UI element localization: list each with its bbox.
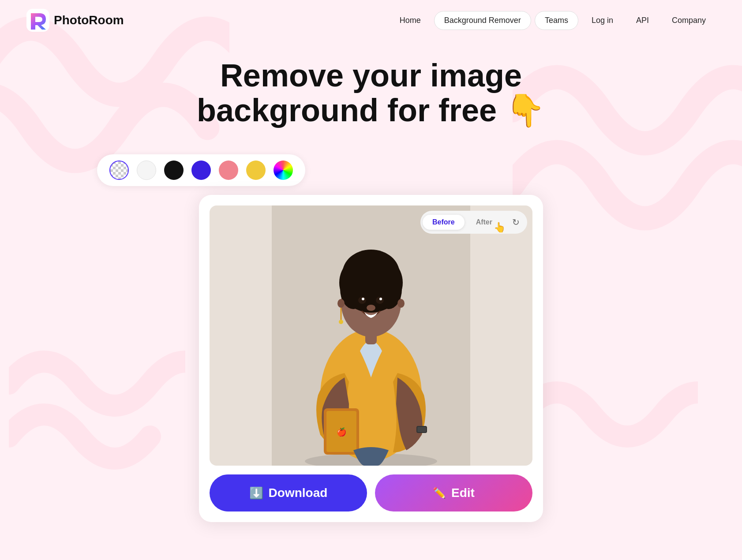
svg-point-10 bbox=[358, 297, 366, 304]
swatch-pink[interactable] bbox=[219, 161, 238, 180]
download-label: Download bbox=[269, 486, 328, 500]
swatch-multi-colors[interactable] bbox=[274, 161, 293, 180]
hero-section: Remove your image background for free 👇 bbox=[0, 41, 742, 154]
svg-point-12 bbox=[362, 298, 364, 300]
edit-icon: ✏️ bbox=[433, 487, 446, 499]
svg-rect-0 bbox=[26, 9, 49, 32]
hero-emoji: 👇 bbox=[506, 93, 545, 128]
image-container: 🍎 bbox=[210, 205, 532, 466]
navigation: PhotoRoom Home Background Remover Teams … bbox=[0, 0, 742, 41]
svg-rect-23 bbox=[417, 427, 426, 432]
refresh-button[interactable]: ↻ bbox=[506, 213, 525, 231]
svg-point-16 bbox=[397, 299, 405, 308]
svg-point-9 bbox=[342, 250, 400, 298]
hero-title-line1: Remove your image bbox=[220, 58, 522, 93]
swatch-transparent[interactable] bbox=[109, 161, 129, 180]
hero-title-line2: background for free bbox=[197, 93, 497, 128]
nav-teams[interactable]: Teams bbox=[535, 11, 578, 30]
nav-login[interactable]: Log in bbox=[582, 11, 623, 30]
after-btn-wrapper: After 👆 bbox=[466, 215, 502, 230]
editor-card: Before After 👆 ↻ bbox=[199, 195, 543, 522]
logo-text: PhotoRoom bbox=[54, 13, 124, 27]
swatch-white[interactable] bbox=[137, 161, 156, 180]
editor-wrapper: Before After 👆 ↻ bbox=[0, 154, 742, 522]
toggle-before[interactable]: Before bbox=[423, 215, 465, 230]
hero-title: Remove your image background for free 👇 bbox=[172, 58, 570, 128]
edit-button[interactable]: ✏️ Edit bbox=[375, 474, 532, 511]
svg-point-11 bbox=[376, 297, 384, 304]
edit-label: Edit bbox=[451, 486, 475, 500]
svg-point-18 bbox=[339, 320, 343, 324]
swatch-yellow[interactable] bbox=[246, 161, 266, 180]
color-swatch-bar bbox=[97, 154, 305, 186]
action-buttons: ⬇️ Download ✏️ Edit bbox=[210, 474, 532, 511]
view-toggle: Before After 👆 ↻ bbox=[420, 211, 527, 234]
svg-point-13 bbox=[379, 298, 382, 300]
refresh-icon: ↻ bbox=[512, 217, 520, 228]
download-icon: ⬇️ bbox=[249, 486, 263, 500]
svg-point-14 bbox=[367, 305, 375, 311]
logo-link[interactable]: PhotoRoom bbox=[26, 9, 124, 32]
nav-api[interactable]: API bbox=[626, 11, 659, 30]
logo-icon bbox=[26, 9, 49, 32]
svg-text:🍎: 🍎 bbox=[337, 427, 347, 437]
nav-background-remover[interactable]: Background Remover bbox=[434, 11, 531, 30]
nav-links: Home Background Remover Teams Log in API… bbox=[390, 11, 716, 30]
subject-image: 🍎 bbox=[210, 205, 532, 466]
swatch-black[interactable] bbox=[164, 161, 184, 180]
download-button[interactable]: ⬇️ Download bbox=[210, 474, 367, 511]
svg-point-15 bbox=[337, 299, 345, 308]
nav-home[interactable]: Home bbox=[390, 11, 431, 30]
nav-company[interactable]: Company bbox=[662, 11, 716, 30]
swatch-purple[interactable] bbox=[191, 161, 211, 180]
cursor-hand-icon: 👆 bbox=[494, 222, 506, 233]
